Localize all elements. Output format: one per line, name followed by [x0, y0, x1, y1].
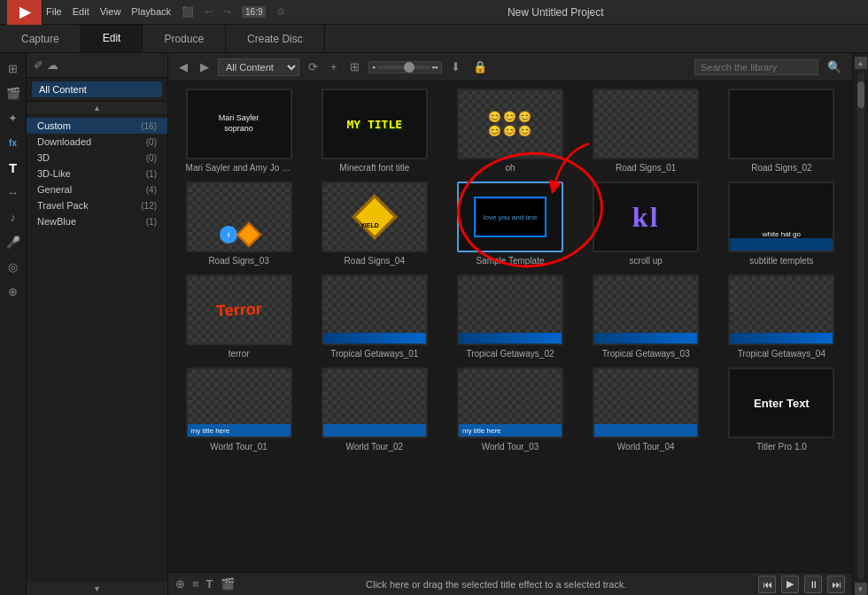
thumb-label: Mari Sayler and Amy Jo Pa...: [186, 163, 292, 173]
panel-scroll-down[interactable]: ▼: [27, 583, 167, 595]
panel-header: ✐ ☁: [27, 53, 167, 78]
play-btn[interactable]: ▶: [781, 576, 799, 593]
panel-header-icon1: ✐: [34, 58, 43, 72]
thumb-label: Road Signs_04: [345, 256, 405, 266]
stop-btn[interactable]: ⏸: [804, 576, 822, 593]
grid-item-tropical-01[interactable]: Tropical Getaways_01: [311, 274, 438, 359]
thumb-label: World Tour_01: [210, 442, 267, 452]
menu-playback[interactable]: Playback: [131, 6, 171, 18]
panel-tree: Custom(16) Downloaded(0) 3D(0) 3D-Like(1…: [27, 114, 167, 583]
grid-item-road-signs-01[interactable]: Road Signs_01: [583, 89, 709, 173]
thumb-label: Tropical Getaways_03: [602, 349, 690, 359]
content-area: ◀ ▶ All Content Custom Downloaded ⟳ + ⊞ …: [168, 53, 852, 595]
rs-scrollbar[interactable]: [857, 73, 864, 579]
tab-bar: Capture Edit Produce Create Disc: [0, 25, 868, 53]
tree-item-3dlike[interactable]: 3D-Like(1): [27, 166, 167, 182]
download-icon[interactable]: ⬇: [447, 58, 464, 75]
grid-item-subtitle-templets[interactable]: white hat go subtitle templets: [718, 182, 845, 266]
grid-item-world-tour-02[interactable]: World Tour_02: [311, 367, 438, 452]
playback-controls: ⏮ ▶ ⏸ ⏭: [758, 576, 845, 593]
tab-capture[interactable]: Capture: [0, 25, 81, 52]
statusbar-btn4[interactable]: 🎬: [221, 577, 235, 591]
titlebar: ▶ File Edit View Playback ⬛ ↩ ↪ 16:9 ⚙ N…: [0, 0, 868, 25]
thumb-label: terror: [229, 349, 250, 359]
audio-icon[interactable]: ♪: [2, 205, 25, 228]
panel-scroll-up[interactable]: ▲: [27, 102, 167, 114]
add-icon[interactable]: +: [327, 58, 341, 75]
all-content-badge[interactable]: All Content: [32, 81, 162, 97]
grid-icon[interactable]: ⊞: [346, 58, 363, 75]
play-prev-btn[interactable]: ⏮: [758, 576, 776, 593]
effects-icon[interactable]: ✦: [2, 106, 25, 129]
tree-item-downloaded[interactable]: Downloaded(0): [27, 134, 167, 150]
menu-bar[interactable]: File Edit View Playback ⬛ ↩ ↪ 16:9 ⚙: [46, 6, 285, 18]
menu-extra1[interactable]: ⬛: [182, 6, 194, 18]
rs-scroll-down[interactable]: ▼: [855, 583, 867, 595]
extra-icon[interactable]: ⊕: [2, 280, 25, 303]
grid-item-road-signs-03[interactable]: i Road Signs_03: [175, 182, 302, 266]
menu-extra2[interactable]: ↩: [205, 6, 213, 18]
search-input[interactable]: [694, 59, 818, 75]
grid-item-terror[interactable]: Terror terror: [175, 274, 302, 359]
tree-item-3d[interactable]: 3D(0): [27, 150, 167, 166]
statusbar-btn3[interactable]: T: [206, 577, 213, 591]
menu-extra4[interactable]: 16:9: [242, 6, 266, 18]
tab-create-disc[interactable]: Create Disc: [226, 25, 325, 52]
voiceover-icon[interactable]: 🎤: [2, 230, 25, 253]
tree-item-general[interactable]: General(4): [27, 182, 167, 197]
grid-item-tropical-04[interactable]: Tropical Getaways_04: [718, 274, 845, 359]
menu-edit[interactable]: Edit: [73, 6, 89, 18]
tree-item-newblue[interactable]: NewBlue(1): [27, 213, 167, 229]
media-icon[interactable]: 🎬: [2, 81, 25, 104]
grid-item-tropical-03[interactable]: Tropical Getaways_03: [583, 274, 709, 359]
search-icon[interactable]: 🔍: [824, 58, 845, 75]
lock-icon[interactable]: 🔒: [469, 58, 491, 75]
refresh-icon[interactable]: ⟳: [305, 58, 322, 75]
pan-icon[interactable]: ↔: [2, 181, 25, 204]
grid-item-sample-template[interactable]: love you and test Sample Template: [446, 182, 573, 266]
grid-item-road-signs-04[interactable]: YIELD Road Signs_04: [311, 182, 438, 266]
next-arrow-icon[interactable]: ▶: [197, 58, 213, 75]
grid-item-scroll-up[interactable]: kl scroll up: [583, 182, 709, 266]
thumb-label: oh: [505, 163, 515, 173]
menu-extra5[interactable]: ⚙: [276, 6, 285, 18]
fx-icon[interactable]: fx: [2, 131, 25, 154]
statusbar-btn1[interactable]: ⊕: [175, 577, 185, 591]
grid-item-world-tour-01[interactable]: my title here World Tour_01: [175, 367, 302, 452]
grid-item-minecraft[interactable]: MY TITLE Minecraft font title: [311, 89, 438, 173]
thumb-label: scroll up: [630, 256, 663, 266]
prev-arrow-icon[interactable]: ◀: [175, 58, 191, 75]
project-title: New Untitled Project: [508, 6, 604, 19]
text-icon[interactable]: T: [2, 156, 25, 179]
grid-item-titler-pro[interactable]: Enter Text Titler Pro 1.0: [718, 367, 845, 452]
content-filter-select[interactable]: All Content Custom Downloaded: [218, 58, 299, 76]
grid-item-tropical-02[interactable]: Tropical Getaways_02: [446, 274, 573, 359]
statusbar-instruction: Click here or drag the selected title ef…: [242, 579, 751, 590]
menu-extra3[interactable]: ↪: [223, 6, 231, 18]
thumb-label: World Tour_03: [482, 442, 539, 452]
menu-view[interactable]: View: [100, 6, 121, 18]
tab-edit[interactable]: Edit: [81, 25, 143, 52]
titler-pro-text: Enter Text: [730, 369, 833, 437]
tree-item-custom[interactable]: Custom(16): [27, 118, 167, 134]
statusbar-btn2[interactable]: ≡: [192, 577, 199, 591]
grid-scroll-area[interactable]: Mari Saylersoprano Mari Sayler and Amy J…: [168, 81, 852, 572]
play-next-btn[interactable]: ⏭: [827, 576, 845, 593]
thumb-label: Tropical Getaways_01: [330, 349, 418, 359]
thumb-label: Road Signs_03: [208, 256, 268, 266]
app-logo: ▶: [7, 0, 43, 27]
tree-item-travel[interactable]: Travel Pack(12): [27, 197, 167, 213]
menu-file[interactable]: File: [46, 6, 62, 18]
tab-produce[interactable]: Produce: [143, 25, 226, 52]
grid-item-world-tour-03[interactable]: my title here World Tour_03: [446, 367, 573, 452]
grid-item-world-tour-04[interactable]: World Tour_04: [583, 367, 709, 452]
zoom-slider[interactable]: [377, 66, 430, 69]
thumb-label: subtitle templets: [749, 256, 813, 266]
grid-item-oh[interactable]: 😊😊😊 😊😊😊 oh: [446, 89, 573, 173]
disc-icon[interactable]: ◎: [2, 255, 25, 278]
grid-view-icon[interactable]: ⊞: [2, 57, 25, 80]
thumbnail-grid: Mari Saylersoprano Mari Sayler and Amy J…: [175, 89, 845, 452]
grid-item-mari-sayler[interactable]: Mari Saylersoprano Mari Sayler and Amy J…: [175, 89, 302, 173]
rs-scroll-up[interactable]: ▲: [855, 57, 867, 69]
grid-item-road-signs-02[interactable]: Road Signs_02: [718, 89, 845, 173]
